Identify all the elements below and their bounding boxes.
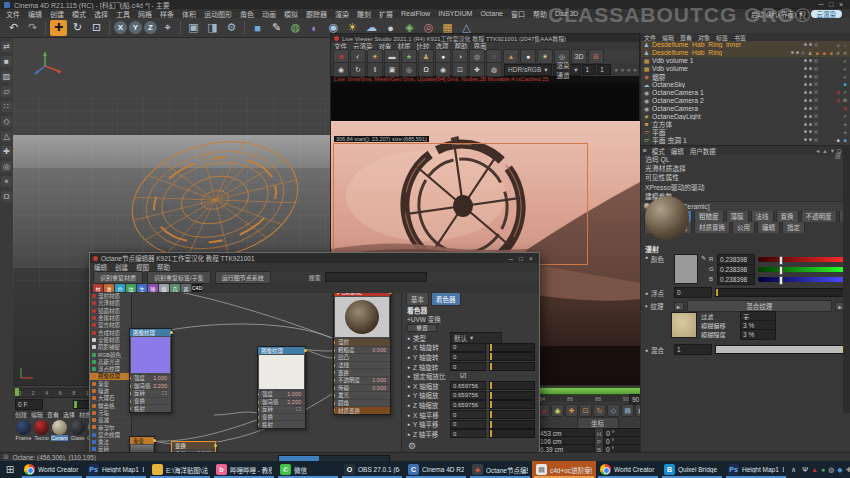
node-type-item[interactable]: 菲涅尔 (90, 424, 131, 431)
object-row[interactable]: ◉ OctaneCamera ■ (641, 104, 850, 112)
layer-chip[interactable] (814, 122, 818, 126)
param-slider[interactable] (489, 410, 535, 419)
mode-icon[interactable]: Ω (1, 191, 12, 202)
live-viewer-control-icon[interactable]: ‖ (367, 62, 383, 77)
node-type-item[interactable]: 全能材质 (90, 337, 131, 344)
object-tag-icon[interactable]: ● (842, 129, 848, 135)
live-viewer-control-icon[interactable]: ▣ (384, 62, 400, 77)
visibility-dot-render[interactable] (809, 75, 812, 78)
material-sphere[interactable] (70, 420, 85, 435)
toolbar-icon[interactable]: ↶ (5, 20, 22, 36)
layer-chip[interactable] (814, 90, 818, 94)
toolbar-icon[interactable]: ↻ (69, 20, 86, 36)
object-tag-icon[interactable]: ■ (835, 42, 841, 48)
visibility-dot-editor[interactable] (804, 75, 807, 78)
toolbar-icon[interactable] (45, 21, 46, 35)
object-tag-icon[interactable]: ♟ (807, 50, 813, 56)
node-editor-button[interactable]: 识别重复标签/子集 (147, 271, 211, 284)
node-row[interactable]: 伽马值2.200 (258, 398, 305, 406)
node-category-chip[interactable]: 其 (181, 284, 191, 292)
material-sphere[interactable] (16, 420, 31, 435)
taskbar-app-button[interactable]: Ps Height Map1_8Y6... (724, 461, 788, 478)
visibility-dot-editor[interactable] (804, 59, 807, 62)
node-type-item[interactable]: 浮点纹理 (90, 366, 131, 373)
param-slider[interactable] (489, 391, 535, 400)
mode-icon[interactable]: △ (1, 131, 12, 142)
taskbar-app-button[interactable]: E:\海洋贴图\法线... (148, 461, 212, 478)
visibility-dot-render[interactable] (809, 91, 812, 94)
layer-chip[interactable] (814, 67, 818, 71)
live-viewer-control-icon[interactable]: ↻ (350, 62, 366, 77)
texture-thumbnail[interactable] (671, 312, 697, 338)
live-viewer-tool-icon[interactable]: ▲ (503, 49, 519, 64)
menu-item[interactable]: 扩展 (375, 9, 397, 19)
live-viewer-control-icon[interactable]: ◉ (333, 62, 349, 77)
region-y-field[interactable]: 1 (597, 64, 611, 75)
material-channel-row[interactable]: 材质置换 (334, 406, 390, 414)
attribute-header-icon[interactable]: ◄ (815, 148, 820, 154)
object-tag-icon[interactable]: ■ (814, 50, 820, 56)
param-slider[interactable] (489, 362, 535, 371)
node-category-chip[interactable]: 材 (93, 284, 103, 292)
node-category-chip[interactable]: 生 (137, 284, 147, 292)
layer-chip[interactable] (801, 51, 805, 55)
channel-slider[interactable] (758, 267, 845, 272)
object-row[interactable]: ◉ OctaneCamera 1 ■✓ (641, 88, 850, 96)
material-tab[interactable]: 指定 (782, 222, 805, 233)
object-name[interactable]: OctaneCamera (652, 105, 698, 112)
render-pass-dropdown[interactable]: 渲染通道▾ (553, 64, 582, 76)
object-tag-icon[interactable]: ■ (842, 105, 848, 111)
visibility-dot-editor[interactable] (804, 67, 807, 70)
object-row[interactable]: ◉ OctaneCamera 2 ■⊞ (641, 96, 850, 104)
taskbar-app-button[interactable]: World Creator -... (20, 461, 84, 478)
param-slider[interactable] (489, 429, 535, 438)
material-tab[interactable]: 公用 (732, 222, 755, 233)
material-menu-item[interactable]: 编辑 (29, 410, 45, 419)
live-viewer-tool-icon[interactable]: ● (520, 49, 536, 64)
material-tab[interactable]: 不透明度 (801, 211, 837, 222)
mode-icon[interactable]: ⇄ (1, 41, 12, 52)
object-name[interactable]: 平面 虫洞 1 (652, 135, 687, 145)
keyframe-icon[interactable]: ◉ (551, 404, 564, 417)
tray-icon[interactable]: Ψ (802, 466, 808, 473)
object-tag-icon[interactable]: ■ (842, 81, 848, 87)
window-control-button[interactable]: × (526, 255, 536, 262)
node-type-item[interactable]: 高斯光谱 (90, 359, 131, 366)
material-channel-row[interactable]: 凹凸 (334, 353, 390, 361)
material-channel-row[interactable]: 漫射 (334, 338, 390, 346)
node-type-item[interactable]: 阴影捕捉 (90, 344, 131, 351)
object-manager-menu-item[interactable]: 书签 (731, 33, 749, 42)
menu-item[interactable]: 工具 (112, 9, 134, 19)
layer-chip[interactable] (814, 138, 818, 142)
layer-chip[interactable] (814, 43, 818, 47)
object-tag-icon[interactable]: ✓ (842, 66, 848, 72)
toolbar-icon[interactable]: ◐ (306, 20, 323, 36)
node-row[interactable]: 强度1.000 (258, 390, 305, 398)
layer-chip[interactable] (814, 106, 818, 110)
node-type-item[interactable]: 合成材质 (90, 329, 131, 336)
object-manager-menu-item[interactable]: 标签 (713, 33, 731, 42)
mix-value-field[interactable]: 1 (674, 344, 712, 355)
gear-icon[interactable]: ⚙ (408, 441, 416, 451)
node-row[interactable]: 反转☐ (130, 389, 171, 397)
object-tag-icon[interactable]: ■ (821, 50, 827, 56)
toolbar-icon[interactable]: ⌖ (159, 20, 176, 36)
object-tag-icon[interactable]: ✕ (835, 50, 841, 56)
taskbar-app-button[interactable]: b 哔哩哔哩 - 教程 (212, 461, 276, 478)
toggle-dot[interactable]: ● (633, 66, 637, 73)
material-sphere[interactable] (34, 420, 49, 435)
node-category-chip[interactable]: 映 (148, 284, 158, 292)
region-x-field[interactable]: 1 (582, 64, 596, 75)
object-name[interactable]: Desdefiume_Hab_Ring_inner (652, 41, 741, 48)
object-name[interactable]: OctaneCamera 2 (652, 97, 704, 104)
window-control-button[interactable]: × (836, 1, 846, 8)
object-tag-icon[interactable]: ✓ (842, 58, 848, 64)
menu-item[interactable]: 创建 (46, 9, 68, 19)
object-name[interactable]: OctaneSky (652, 81, 685, 88)
timeline-ruler-right[interactable]: 84868890 (535, 395, 633, 402)
menu-item[interactable]: 文件 (2, 9, 24, 19)
live-viewer-tool-icon[interactable]: ☀ (537, 49, 553, 64)
param-value[interactable]: 0.659756 (450, 391, 486, 400)
visibility-dot-editor[interactable] (804, 123, 807, 126)
toolbar-icon[interactable] (180, 21, 181, 35)
